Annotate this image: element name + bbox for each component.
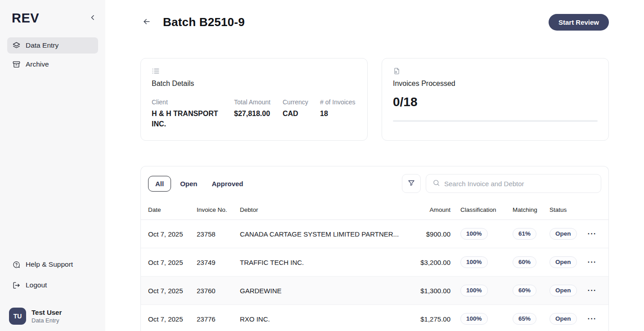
file-icon [393,67,598,76]
logout-item[interactable]: Logout [7,277,98,293]
sidebar-collapse-button[interactable] [87,13,98,24]
field-invoice-count: # of Invoices 18 [320,98,356,129]
column-header-status: Status [546,206,583,213]
chevron-left-icon [90,15,95,22]
summary-cards: Batch Details Client H & H TRANSPORT INC… [140,58,609,141]
sidebar-item-label: Data Entry [26,41,59,49]
tab-all[interactable]: All [148,176,171,192]
list-icon [152,67,356,76]
invoice-toolbar: All Open Approved [141,166,608,200]
field-client: Client H & H TRANSPORT INC. [152,98,234,129]
field-label: Client [152,98,228,106]
column-header-matching: Matching [506,206,546,213]
user-role: Data Entry [32,317,62,324]
help-support-item[interactable]: Help & Support [7,256,98,273]
cell-debtor: GARDEWINE [240,287,400,295]
help-support-label: Help & Support [26,260,73,268]
field-value: H & H TRANSPORT INC. [152,108,228,129]
cell-invoice-no: 23760 [197,287,240,295]
column-header-debtor: Debtor [240,206,400,213]
field-label: # of Invoices [320,98,356,106]
ellipsis-icon: ··· [588,314,597,323]
field-label: Currency [283,98,320,106]
filter-button[interactable] [402,174,421,193]
logout-label: Logout [26,281,47,289]
user-name: Test User [32,309,62,316]
sidebar-nav: Data Entry Archive [7,37,98,72]
invoice-list-section: All Open Approved Date Invoice No. Debto… [140,166,609,331]
page-title: Batch B2510-9 [163,15,245,29]
search-input[interactable] [444,180,594,188]
sidebar-item-archive[interactable]: Archive [7,56,98,72]
status-badge: Open [549,256,577,268]
card-title: Batch Details [152,80,356,88]
classification-badge: 100% [460,285,488,296]
ellipsis-icon: ··· [588,286,597,295]
back-button[interactable] [140,16,153,28]
arrow-left-icon [142,17,151,27]
cell-amount: $3,200.00 [400,259,454,266]
status-tabs: All Open Approved [148,176,249,192]
progress-bar [393,120,598,122]
layers-icon [12,41,21,50]
cell-amount: $1,275.00 [400,315,454,323]
cell-amount: $1,300.00 [400,287,454,295]
table-row[interactable]: Oct 7, 2025 23749 TRAFFIC TECH INC. $3,2… [141,248,608,277]
sidebar: REV Data Entry Archive Help & Support [0,0,105,331]
column-header-amount: Amount [400,206,454,213]
field-value: 18 [320,108,356,119]
sidebar-header: REV [7,11,98,26]
status-badge: Open [549,285,577,296]
cell-debtor: TRAFFIC TECH INC. [240,259,400,266]
field-value: CAD [283,108,320,119]
status-badge: Open [549,228,577,240]
field-currency: Currency CAD [283,98,320,129]
tab-approved[interactable]: Approved [207,176,249,192]
main-content: Batch B2510-9 Start Review Batch Details… [105,0,644,331]
page-header: Batch B2510-9 Start Review [140,13,609,31]
ellipsis-icon: ··· [588,258,597,267]
matching-badge: 60% [513,285,536,296]
ellipsis-icon: ··· [588,229,597,238]
help-icon [12,260,21,269]
matching-badge: 60% [513,256,536,268]
tab-open[interactable]: Open [175,176,203,192]
user-menu[interactable]: TU Test User Data Entry [7,308,98,325]
filter-funnel-icon [407,179,415,188]
rev-logo: REV [12,11,39,26]
cell-debtor: CANADA CARTAGE SYSTEM LIMITED PARTNER... [240,230,400,238]
column-header-classification: Classification [454,206,506,213]
field-label: Total Amount [234,98,283,106]
search-container [426,174,601,193]
batch-details-card: Batch Details Client H & H TRANSPORT INC… [140,58,368,141]
cell-invoice-no: 23758 [197,230,240,238]
cell-invoice-no: 23749 [197,259,240,266]
cell-date: Oct 7, 2025 [148,230,197,238]
cell-amount: $900.00 [400,230,454,238]
row-menu-button[interactable]: ··· [583,286,601,295]
classification-badge: 100% [460,228,488,240]
column-header-invoice-no: Invoice No. [197,206,240,213]
row-menu-button[interactable]: ··· [583,229,601,238]
sidebar-item-data-entry[interactable]: Data Entry [7,37,98,54]
processed-count: 0/18 [393,95,598,109]
sidebar-item-label: Archive [26,60,49,68]
matching-badge: 61% [513,228,536,240]
sidebar-footer: Help & Support Logout TU Test User Data … [7,256,98,325]
row-menu-button[interactable]: ··· [583,258,601,267]
cell-date: Oct 7, 2025 [148,259,197,266]
table-row[interactable]: Oct 7, 2025 23776 RXO INC. $1,275.00 100… [141,305,608,331]
column-header-date: Date [148,206,197,213]
avatar: TU [9,308,26,325]
classification-badge: 100% [460,313,488,325]
card-title: Invoices Processed [393,80,598,88]
cell-date: Oct 7, 2025 [148,287,197,295]
cell-invoice-no: 23776 [197,315,240,323]
start-review-button[interactable]: Start Review [549,14,609,31]
row-menu-button[interactable]: ··· [583,314,601,323]
cell-date: Oct 7, 2025 [148,315,197,323]
search-icon [432,179,440,188]
table-row[interactable]: Oct 7, 2025 23758 CANADA CARTAGE SYSTEM … [141,220,608,248]
table-row[interactable]: Oct 7, 2025 23760 GARDEWINE $1,300.00 10… [141,277,608,305]
invoices-processed-card: Invoices Processed 0/18 [382,58,609,141]
